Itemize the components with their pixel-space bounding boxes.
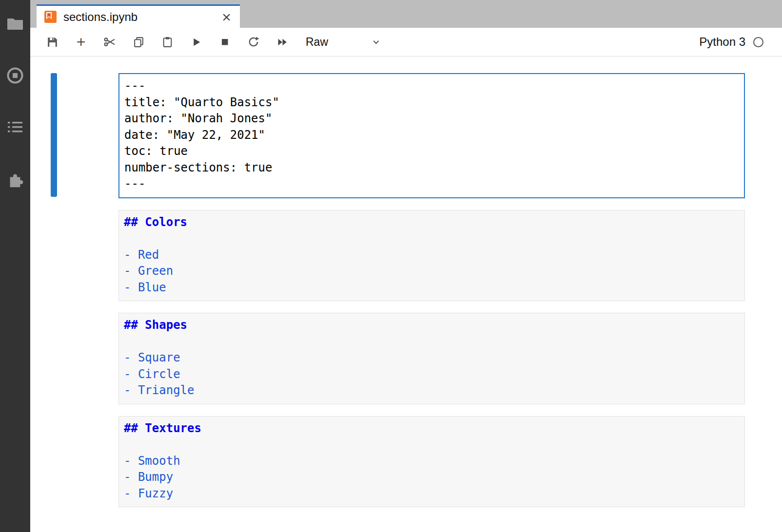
raw-cell-line: title: "Quarto Basics" xyxy=(124,95,739,111)
restart-kernel-button[interactable] xyxy=(243,32,264,52)
cell-row: ## Colors - Red - Green - Blue xyxy=(118,210,745,302)
markdown-list-item: - Smooth xyxy=(124,453,740,470)
cell-row: ## Textures - Smooth - Bumpy - Fuzzy xyxy=(118,416,745,508)
copy-cell-button[interactable] xyxy=(128,32,149,52)
markdown-list-item: - Bumpy xyxy=(124,469,740,486)
raw-cell-line: number-sections: true xyxy=(124,160,739,176)
cell-row: --- title: "Quarto Basics" author: "Nora… xyxy=(118,73,745,198)
stop-circle-icon xyxy=(6,67,24,84)
markdown-heading: ## Shapes xyxy=(124,317,740,334)
list-icon xyxy=(8,121,22,133)
cell-type-value: Raw xyxy=(306,36,328,49)
scissors-icon xyxy=(103,36,116,48)
tab-close-icon[interactable]: × xyxy=(221,9,232,25)
activity-sidebar xyxy=(0,0,30,532)
markdown-list-item: - Square xyxy=(124,350,740,366)
kernel-status-icon[interactable] xyxy=(753,37,763,47)
play-icon xyxy=(190,36,202,48)
kernel-name[interactable]: Python 3 xyxy=(699,35,745,49)
bookmark-icon xyxy=(46,12,52,19)
chevron-down-icon xyxy=(371,37,381,47)
copy-icon xyxy=(133,36,145,48)
cell-list: --- title: "Quarto Basics" author: "Nora… xyxy=(30,57,782,507)
notebook-icon xyxy=(44,11,57,23)
markdown-heading: ## Colors xyxy=(124,214,740,231)
cell-type-dropdown[interactable]: Raw xyxy=(306,36,381,49)
file-browser-icon[interactable] xyxy=(6,15,24,33)
cell-row: ## Shapes - Square - Circle - Triangle xyxy=(118,313,745,404)
interrupt-kernel-button[interactable] xyxy=(215,32,235,52)
raw-cell-line: --- xyxy=(124,78,739,95)
cut-cell-button[interactable] xyxy=(99,32,120,52)
tab-sections-ipynb[interactable]: sections.ipynb × xyxy=(37,4,240,28)
raw-cell-editor[interactable]: --- title: "Quarto Basics" author: "Nora… xyxy=(118,73,745,198)
markdown-list-item: - Red xyxy=(124,247,740,264)
markdown-cell-shapes[interactable]: ## Shapes - Square - Circle - Triangle xyxy=(118,313,745,404)
markdown-list-item: - Circle xyxy=(124,366,740,383)
paste-cell-button[interactable] xyxy=(157,32,177,52)
table-of-contents-icon[interactable] xyxy=(6,118,24,136)
markdown-list-item: - Green xyxy=(124,263,740,280)
raw-cell-line: date: "May 22, 2021" xyxy=(124,127,739,144)
markdown-list-item: - Fuzzy xyxy=(124,486,740,502)
raw-cell-line: author: "Norah Jones" xyxy=(124,111,739,127)
fast-forward-icon xyxy=(276,36,289,48)
tab-title: sections.ipynb xyxy=(63,10,137,24)
run-cell-button[interactable] xyxy=(186,32,206,52)
stop-icon xyxy=(219,36,231,48)
markdown-cell-textures[interactable]: ## Textures - Smooth - Bumpy - Fuzzy xyxy=(118,416,745,508)
markdown-cell-colors[interactable]: ## Colors - Red - Green - Blue xyxy=(118,210,745,302)
raw-cell-line: --- xyxy=(124,176,739,192)
floppy-icon xyxy=(46,36,59,48)
notebook-panel: --- title: "Quarto Basics" author: "Nora… xyxy=(30,57,782,532)
running-kernels-icon[interactable] xyxy=(6,66,24,85)
kernel-area: Python 3 xyxy=(699,35,782,49)
plus-icon: + xyxy=(77,34,86,50)
markdown-list-item: - Triangle xyxy=(124,382,740,399)
notebook-toolbar: + xyxy=(30,28,782,57)
raw-cell-line: toc: true xyxy=(124,143,739,160)
restart-run-all-button[interactable] xyxy=(272,32,293,52)
save-button[interactable] xyxy=(42,32,62,52)
insert-cell-button[interactable]: + xyxy=(71,32,91,52)
restart-icon xyxy=(247,36,260,48)
folder-icon xyxy=(7,17,23,31)
markdown-heading: ## Textures xyxy=(124,420,740,437)
puzzle-icon xyxy=(7,170,23,188)
markdown-list-item: - Blue xyxy=(124,280,740,296)
clipboard-icon xyxy=(161,36,174,48)
active-cell-collapser[interactable] xyxy=(51,73,57,197)
tab-bar: sections.ipynb × xyxy=(30,0,782,28)
extensions-icon[interactable] xyxy=(6,170,24,188)
